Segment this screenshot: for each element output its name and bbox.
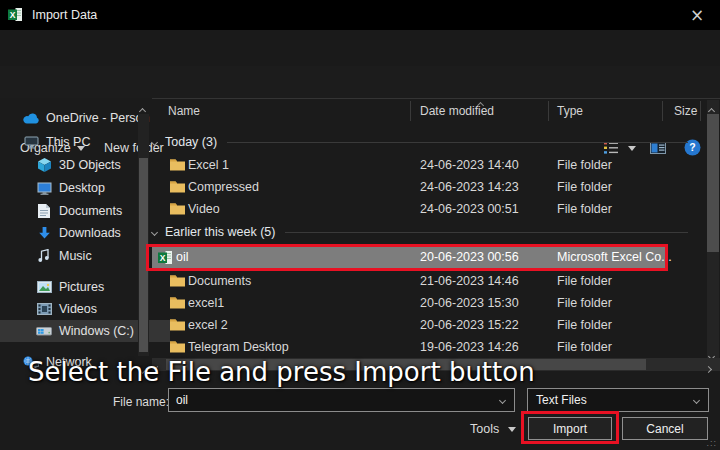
file-date-modified: 20-06-2023 00:56 — [420, 250, 519, 264]
3d-objects-icon — [34, 158, 54, 172]
title-bar: X Import Data × — [0, 0, 720, 30]
file-date-modified: 24-06-2023 14:40 — [420, 158, 519, 172]
resize-grip[interactable]: .:: — [706, 438, 717, 448]
videos-icon — [34, 303, 54, 315]
cancel-label: Cancel — [646, 422, 683, 436]
file-row-telegram-desktop[interactable]: Telegram Desktop19-06-2023 14:26File fol… — [152, 336, 706, 358]
import-data-dialog: X Import Data × « Windows (C:)›Users›bha… — [0, 0, 720, 450]
chevron-down-icon — [139, 367, 146, 374]
folder-icon — [170, 158, 185, 174]
file-type: File folder — [557, 340, 612, 354]
file-row-excel-2[interactable]: excel 220-06-2023 15:22File folder — [152, 314, 706, 336]
folder-icon — [170, 318, 185, 334]
excel-app-icon: X — [8, 7, 24, 23]
sidebar-scrollbar-thumb[interactable] — [139, 158, 148, 352]
folder-icon — [170, 274, 185, 290]
file-type: File folder — [557, 318, 612, 332]
column-header-size[interactable]: Size — [674, 104, 697, 118]
sidebar-item-label: Videos — [59, 302, 97, 316]
file-type-value: Text Files — [536, 393, 587, 407]
file-type: Microsoft Excel Co... — [557, 250, 672, 264]
chevron-left-icon — [154, 366, 161, 373]
file-type: File folder — [557, 180, 612, 194]
cancel-button[interactable]: Cancel — [622, 417, 708, 440]
filelist-scroll-up-icon[interactable] — [709, 103, 714, 117]
file-name-label: File name: — [113, 395, 169, 409]
this-pc-icon — [21, 136, 41, 149]
import-label: Import — [553, 422, 587, 436]
file-name: Compressed — [188, 180, 259, 194]
close-icon[interactable]: × — [674, 0, 720, 30]
column-separator[interactable] — [548, 101, 549, 121]
group-header[interactable]: Earlier this week (5) — [152, 222, 706, 242]
desktop-icon — [34, 182, 54, 195]
chevron-down-icon — [151, 138, 158, 145]
sidebar-scroll-down-icon[interactable] — [140, 362, 145, 376]
chevron-down-icon — [508, 427, 516, 432]
filelist-scrollbar-thumb[interactable] — [707, 114, 719, 252]
folder-icon — [170, 296, 185, 312]
svg-text:X: X — [160, 253, 166, 263]
import-button[interactable]: Import — [528, 417, 612, 440]
sidebar-item-label: Network — [46, 355, 92, 369]
folder-icon — [170, 340, 185, 356]
file-row-excel1[interactable]: excel120-06-2023 15:30File folder — [152, 292, 706, 314]
sidebar-item-label: Downloads — [59, 226, 121, 240]
column-separator[interactable] — [410, 101, 411, 121]
file-row-compressed[interactable]: Compressed24-06-2023 14:23File folder — [152, 176, 706, 198]
sidebar-item-this-pc[interactable]: This PC — [0, 131, 157, 153]
file-date-modified: 20-06-2023 15:22 — [420, 318, 519, 332]
sidebar-item-label: 3D Objects — [59, 158, 121, 172]
file-name: excel1 — [188, 296, 224, 310]
file-type: File folder — [557, 274, 612, 288]
command-toolbar: Organize New folder ? — [0, 66, 720, 98]
navigation-bar: « Windows (C:)›Users›bhand›Downloads — [0, 30, 720, 66]
file-name: Video — [188, 202, 220, 216]
file-name: Excel 1 — [188, 158, 229, 172]
tools-button[interactable]: Tools — [470, 422, 516, 436]
file-row-excel-1[interactable]: Excel 124-06-2023 14:40File folder — [152, 154, 706, 176]
network-icon — [21, 356, 41, 369]
documents-icon — [34, 204, 54, 218]
column-header-name[interactable]: Name — [168, 104, 200, 118]
sidebar-item-label: Pictures — [59, 280, 104, 294]
file-name-combobox[interactable] — [168, 388, 515, 412]
group-rule — [227, 142, 688, 143]
folder-icon — [170, 202, 185, 218]
scroll-right-icon[interactable] — [706, 361, 711, 375]
file-type-select[interactable]: Text Files — [527, 388, 709, 412]
file-row-video[interactable]: Video24-06-2023 00:51File folder — [152, 198, 706, 220]
sidebar-item-label: Windows (C:) — [59, 324, 134, 338]
sort-indicator-icon — [478, 97, 483, 111]
downloads-icon — [34, 226, 54, 240]
file-type: File folder — [557, 296, 612, 310]
chevron-down-icon — [151, 228, 158, 235]
column-separator[interactable] — [662, 101, 663, 121]
file-date-modified: 19-06-2023 14:26 — [420, 340, 519, 354]
file-row-oil[interactable]: Xoil20-06-2023 00:56Microsoft Excel Co..… — [152, 246, 665, 268]
sidebar-item-label: Music — [59, 249, 92, 263]
horizontal-scrollbar-thumb[interactable] — [166, 359, 646, 370]
column-separator[interactable] — [700, 101, 701, 121]
file-date-modified: 20-06-2023 15:30 — [420, 296, 519, 310]
chevron-up-icon — [477, 102, 484, 109]
file-type: File folder — [557, 158, 612, 172]
filelist-divider — [152, 98, 720, 99]
sidebar-item-onedrive-person[interactable]: OneDrive - Person — [0, 107, 157, 129]
file-date-modified: 24-06-2023 14:23 — [420, 180, 519, 194]
file-name: Telegram Desktop — [188, 340, 289, 354]
file-name-input[interactable] — [169, 392, 478, 408]
window-title: Import Data — [32, 8, 97, 22]
column-header-type[interactable]: Type — [557, 104, 583, 118]
chevron-down-icon — [499, 396, 506, 403]
scroll-left-icon[interactable] — [155, 361, 160, 375]
sidebar-item-network[interactable]: Network — [0, 351, 157, 373]
excel-file-icon: X — [158, 250, 173, 268]
chevron-up-icon — [708, 108, 715, 115]
tools-label: Tools — [470, 422, 499, 436]
group-header[interactable]: Today (3) — [152, 132, 706, 152]
sidebar-item-label: OneDrive - Person — [46, 111, 150, 125]
file-row-documents[interactable]: Documents21-06-2023 14:46File folder — [152, 270, 706, 292]
file-name: excel 2 — [188, 318, 228, 332]
chevron-right-icon — [705, 366, 712, 373]
